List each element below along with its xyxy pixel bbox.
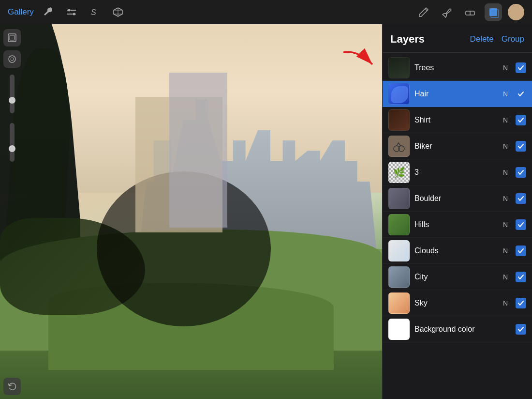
toolbar-right — [415, 3, 524, 21]
layer-thumb-biker — [388, 136, 410, 157]
layer-visibility-clouds[interactable] — [516, 246, 526, 256]
layer-visibility-city[interactable] — [516, 272, 526, 282]
layers-tool-icon[interactable] — [485, 3, 502, 21]
layer-item-clouds[interactable]: CloudsN — [383, 238, 532, 264]
style-icon[interactable]: S — [86, 3, 103, 21]
avatar[interactable] — [508, 4, 524, 20]
layer-thumb-trees — [388, 57, 410, 78]
adjustments-icon[interactable] — [63, 3, 80, 21]
svg-rect-16 — [10, 35, 15, 40]
layer-thumb-shirt — [388, 109, 410, 131]
layer-thumb-boulder — [388, 188, 410, 209]
layer-name-boulder: Boulder — [414, 194, 498, 203]
layer-item-boulder[interactable]: BoulderN — [383, 185, 532, 212]
svg-text:S: S — [91, 8, 96, 16]
layer-item-hair[interactable]: HairN — [383, 81, 532, 107]
canvas-illustration[interactable] — [0, 24, 382, 399]
delete-button[interactable]: Delete — [470, 34, 494, 44]
layer-thumb-city — [388, 266, 410, 288]
layer-item-hills[interactable]: HillsN — [383, 212, 532, 238]
layer-name-bgcol: Background color — [414, 325, 503, 334]
layer-blend-hills: N — [503, 221, 508, 229]
wrench-icon[interactable] — [40, 3, 57, 21]
layers-list: TreesNHairNShirtNBikerN🌿3NBoulderNHillsN… — [383, 53, 532, 399]
layer-thumb-hair — [388, 83, 410, 105]
red-arrow-annotation — [339, 47, 377, 77]
layer-visibility-biker[interactable] — [516, 141, 526, 152]
layer-thumb-layer3: 🌿 — [388, 162, 410, 183]
group-button[interactable]: Group — [502, 34, 524, 44]
layer-blend-layer3: N — [503, 169, 508, 176]
layer-blend-sky: N — [503, 299, 508, 307]
transform-icon[interactable] — [109, 3, 127, 21]
layer-item-city[interactable]: CityN — [383, 264, 532, 290]
illus-building2 — [169, 73, 227, 228]
layer-name-hills: Hills — [414, 220, 498, 229]
svg-point-18 — [11, 58, 14, 61]
layer-blend-biker: N — [503, 142, 508, 150]
layer-item-bgcol[interactable]: Background color — [383, 316, 532, 342]
layers-header: Layers Delete Group — [383, 24, 532, 53]
layer-item-sky[interactable]: SkyN — [383, 290, 532, 316]
layer-blend-shirt: N — [503, 116, 508, 124]
layer-name-city: City — [414, 273, 498, 281]
layer-thumb-bgcol — [388, 319, 410, 340]
eraser-tool-icon[interactable] — [461, 3, 479, 21]
svg-point-1 — [73, 13, 75, 15]
layer-name-hair: Hair — [414, 90, 498, 98]
layer-visibility-hills[interactable] — [516, 219, 526, 230]
layer-thumb-hills — [388, 214, 410, 235]
toolbar-left: Gallery S — [8, 3, 127, 21]
gallery-button[interactable]: Gallery — [8, 7, 34, 17]
canvas-area: Layers Delete Group TreesNHairNShirtNBik… — [0, 24, 532, 399]
layer-thumb-sky — [388, 292, 410, 314]
modify-tool[interactable] — [3, 29, 21, 46]
svg-point-0 — [68, 9, 70, 12]
svg-point-17 — [9, 56, 15, 62]
layer-visibility-hair[interactable] — [516, 89, 526, 99]
top-toolbar: Gallery S — [0, 0, 532, 24]
pencil-tool-icon[interactable] — [415, 3, 432, 21]
left-sidebar — [0, 24, 24, 399]
layer-visibility-shirt[interactable] — [516, 115, 526, 125]
layer-name-shirt: Shirt — [414, 116, 498, 124]
layer-blend-trees: N — [503, 64, 508, 72]
size-slider[interactable] — [10, 123, 15, 162]
selection-tool[interactable] — [3, 50, 21, 68]
layer-item-shirt[interactable]: ShirtN — [383, 107, 532, 133]
layers-panel: Layers Delete Group TreesNHairNShirtNBik… — [382, 24, 532, 399]
layer-visibility-sky[interactable] — [516, 298, 526, 308]
layers-actions: Delete Group — [470, 34, 524, 44]
layers-title: Layers — [390, 33, 425, 46]
layer-name-biker: Biker — [414, 142, 498, 151]
layer-visibility-trees[interactable] — [516, 62, 526, 73]
layer-item-biker[interactable]: BikerN — [383, 133, 532, 159]
layer-blend-clouds: N — [503, 247, 508, 255]
layer-visibility-bgcol[interactable] — [516, 324, 526, 335]
layer-visibility-layer3[interactable] — [516, 167, 526, 178]
undo-tool[interactable] — [3, 378, 21, 395]
layer-name-sky: Sky — [414, 299, 498, 307]
svg-rect-15 — [8, 34, 16, 42]
layer-blend-city: N — [503, 273, 508, 281]
opacity-slider[interactable] — [10, 75, 15, 113]
layer-name-trees: Trees — [414, 63, 498, 72]
layer-blend-hair: N — [503, 90, 508, 98]
brush-tool-icon[interactable] — [438, 3, 456, 21]
layer-item-layer3[interactable]: 🌿3N — [383, 159, 532, 185]
layer-item-trees[interactable]: TreesN — [383, 55, 532, 81]
layer-blend-boulder: N — [503, 195, 508, 202]
layer-thumb-clouds — [388, 240, 410, 261]
layer-name-layer3: 3 — [414, 168, 498, 177]
layer-name-clouds: Clouds — [414, 246, 498, 255]
layer-visibility-boulder[interactable] — [516, 193, 526, 204]
